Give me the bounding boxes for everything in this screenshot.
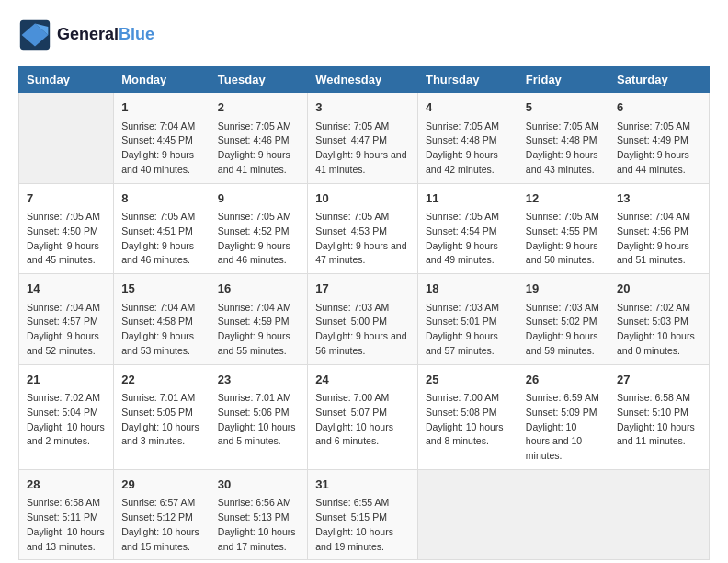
header-friday: Friday (518, 67, 609, 93)
calendar-cell: 31Sunrise: 6:55 AMSunset: 5:15 PMDayligh… (308, 469, 418, 560)
calendar-cell (609, 469, 710, 560)
day-number: 23 (218, 371, 300, 389)
day-info: Sunrise: 7:04 AMSunset: 4:45 PMDaylight:… (121, 120, 202, 178)
day-info: Sunrise: 7:03 AMSunset: 5:02 PMDaylight:… (526, 301, 601, 359)
day-info: Sunrise: 7:05 AMSunset: 4:54 PMDaylight:… (426, 210, 510, 268)
logo-icon (18, 18, 51, 52)
day-info: Sunrise: 6:58 AMSunset: 5:10 PMDaylight:… (617, 391, 701, 449)
day-number: 28 (27, 476, 106, 494)
calendar-cell: 24Sunrise: 7:00 AMSunset: 5:07 PMDayligh… (308, 364, 418, 469)
day-info: Sunrise: 6:59 AMSunset: 5:09 PMDaylight:… (526, 391, 601, 464)
calendar-cell: 20Sunrise: 7:02 AMSunset: 5:03 PMDayligh… (609, 274, 710, 365)
calendar-cell: 29Sunrise: 6:57 AMSunset: 5:12 PMDayligh… (114, 469, 210, 560)
calendar-header-row: SundayMondayTuesdayWednesdayThursdayFrid… (19, 67, 710, 93)
calendar-cell: 27Sunrise: 6:58 AMSunset: 5:10 PMDayligh… (609, 364, 710, 469)
calendar-cell: 7Sunrise: 7:05 AMSunset: 4:50 PMDaylight… (19, 183, 114, 274)
calendar-cell: 13Sunrise: 7:04 AMSunset: 4:56 PMDayligh… (609, 183, 710, 274)
day-info: Sunrise: 6:58 AMSunset: 5:11 PMDaylight:… (27, 496, 106, 554)
week-row-5: 28Sunrise: 6:58 AMSunset: 5:11 PMDayligh… (19, 469, 710, 560)
day-info: Sunrise: 7:04 AMSunset: 4:59 PMDaylight:… (218, 301, 300, 359)
day-number: 8 (121, 190, 202, 208)
day-info: Sunrise: 6:55 AMSunset: 5:15 PMDaylight:… (315, 496, 410, 554)
calendar-cell: 19Sunrise: 7:03 AMSunset: 5:02 PMDayligh… (518, 274, 609, 365)
day-number: 24 (315, 371, 410, 389)
day-number: 1 (121, 98, 202, 117)
day-info: Sunrise: 6:56 AMSunset: 5:13 PMDaylight:… (218, 496, 300, 554)
day-number: 19 (526, 280, 601, 298)
calendar-cell: 14Sunrise: 7:04 AMSunset: 4:57 PMDayligh… (19, 274, 114, 365)
day-info: Sunrise: 7:01 AMSunset: 5:06 PMDaylight:… (218, 391, 300, 449)
day-number: 9 (218, 190, 300, 208)
day-info: Sunrise: 7:00 AMSunset: 5:07 PMDaylight:… (315, 391, 410, 449)
day-number: 25 (426, 371, 510, 389)
calendar-cell: 17Sunrise: 7:03 AMSunset: 5:00 PMDayligh… (308, 274, 418, 365)
day-info: Sunrise: 7:04 AMSunset: 4:58 PMDaylight:… (121, 301, 202, 359)
calendar-cell: 26Sunrise: 6:59 AMSunset: 5:09 PMDayligh… (518, 364, 609, 469)
page-header: GeneralBlue (18, 18, 710, 52)
day-info: Sunrise: 7:02 AMSunset: 5:04 PMDaylight:… (27, 391, 106, 449)
day-info: Sunrise: 7:05 AMSunset: 4:52 PMDaylight:… (218, 210, 300, 268)
day-info: Sunrise: 7:03 AMSunset: 5:00 PMDaylight:… (315, 301, 410, 359)
header-tuesday: Tuesday (210, 67, 307, 93)
week-row-2: 7Sunrise: 7:05 AMSunset: 4:50 PMDaylight… (19, 183, 710, 274)
logo: GeneralBlue (18, 18, 154, 52)
day-number: 17 (315, 280, 410, 298)
calendar-cell: 11Sunrise: 7:05 AMSunset: 4:54 PMDayligh… (417, 183, 518, 274)
day-info: Sunrise: 7:05 AMSunset: 4:48 PMDaylight:… (426, 120, 510, 178)
calendar-cell: 28Sunrise: 6:58 AMSunset: 5:11 PMDayligh… (19, 469, 114, 560)
calendar-cell: 25Sunrise: 7:00 AMSunset: 5:08 PMDayligh… (417, 364, 518, 469)
day-number: 22 (121, 371, 202, 389)
day-number: 2 (218, 98, 300, 117)
calendar-cell: 4Sunrise: 7:05 AMSunset: 4:48 PMDaylight… (417, 93, 518, 184)
header-sunday: Sunday (19, 67, 114, 93)
day-number: 29 (121, 476, 202, 494)
day-info: Sunrise: 7:05 AMSunset: 4:50 PMDaylight:… (27, 210, 106, 268)
day-number: 6 (617, 98, 701, 117)
day-info: Sunrise: 7:02 AMSunset: 5:03 PMDaylight:… (617, 301, 701, 359)
calendar-cell (518, 469, 609, 560)
day-number: 15 (121, 280, 202, 298)
day-number: 16 (218, 280, 300, 298)
header-wednesday: Wednesday (308, 67, 418, 93)
day-number: 10 (315, 190, 410, 208)
day-info: Sunrise: 7:05 AMSunset: 4:47 PMDaylight:… (315, 120, 410, 178)
calendar-cell: 16Sunrise: 7:04 AMSunset: 4:59 PMDayligh… (210, 274, 307, 365)
day-info: Sunrise: 7:04 AMSunset: 4:57 PMDaylight:… (27, 301, 106, 359)
calendar-cell (417, 469, 518, 560)
calendar-cell: 9Sunrise: 7:05 AMSunset: 4:52 PMDaylight… (210, 183, 307, 274)
day-info: Sunrise: 7:05 AMSunset: 4:46 PMDaylight:… (218, 120, 300, 178)
calendar-cell: 2Sunrise: 7:05 AMSunset: 4:46 PMDaylight… (210, 93, 307, 184)
day-number: 20 (617, 280, 701, 298)
calendar-cell: 6Sunrise: 7:05 AMSunset: 4:49 PMDaylight… (609, 93, 710, 184)
calendar-table: SundayMondayTuesdayWednesdayThursdayFrid… (18, 66, 710, 560)
day-number: 7 (27, 190, 106, 208)
day-number: 4 (426, 98, 510, 117)
day-info: Sunrise: 7:05 AMSunset: 4:49 PMDaylight:… (617, 120, 701, 178)
week-row-4: 21Sunrise: 7:02 AMSunset: 5:04 PMDayligh… (19, 364, 710, 469)
week-row-1: 1Sunrise: 7:04 AMSunset: 4:45 PMDaylight… (19, 93, 710, 184)
day-info: Sunrise: 7:05 AMSunset: 4:53 PMDaylight:… (315, 210, 410, 268)
day-number: 11 (426, 190, 510, 208)
calendar-cell: 30Sunrise: 6:56 AMSunset: 5:13 PMDayligh… (210, 469, 307, 560)
calendar-cell: 15Sunrise: 7:04 AMSunset: 4:58 PMDayligh… (114, 274, 210, 365)
day-info: Sunrise: 7:05 AMSunset: 4:55 PMDaylight:… (526, 210, 601, 268)
day-number: 13 (617, 190, 701, 208)
day-number: 21 (27, 371, 106, 389)
header-saturday: Saturday (609, 67, 710, 93)
calendar-cell: 10Sunrise: 7:05 AMSunset: 4:53 PMDayligh… (308, 183, 418, 274)
calendar-cell: 5Sunrise: 7:05 AMSunset: 4:48 PMDaylight… (518, 93, 609, 184)
header-monday: Monday (114, 67, 210, 93)
day-info: Sunrise: 7:00 AMSunset: 5:08 PMDaylight:… (426, 391, 510, 449)
day-number: 31 (315, 476, 410, 494)
day-number: 26 (526, 371, 601, 389)
calendar-cell: 8Sunrise: 7:05 AMSunset: 4:51 PMDaylight… (114, 183, 210, 274)
day-number: 27 (617, 371, 701, 389)
day-info: Sunrise: 7:04 AMSunset: 4:56 PMDaylight:… (617, 210, 701, 268)
day-number: 18 (426, 280, 510, 298)
calendar-cell: 22Sunrise: 7:01 AMSunset: 5:05 PMDayligh… (114, 364, 210, 469)
calendar-cell: 21Sunrise: 7:02 AMSunset: 5:04 PMDayligh… (19, 364, 114, 469)
day-info: Sunrise: 7:01 AMSunset: 5:05 PMDaylight:… (121, 391, 202, 449)
logo-text: GeneralBlue (57, 26, 154, 44)
day-number: 30 (218, 476, 300, 494)
header-thursday: Thursday (417, 67, 518, 93)
